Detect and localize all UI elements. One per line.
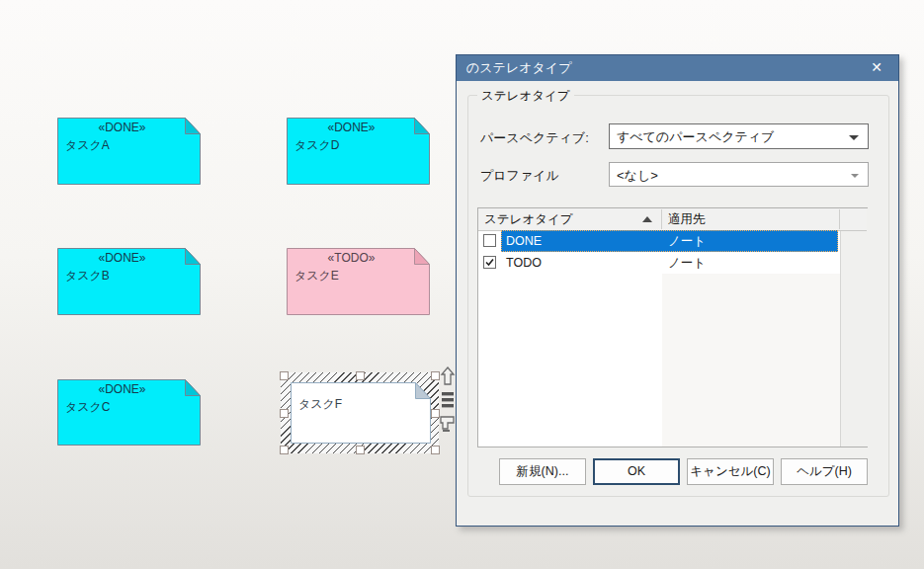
- selection-handle-w[interactable]: [280, 409, 289, 418]
- chevron-down-icon: [849, 135, 859, 140]
- chevron-down-icon: [851, 174, 859, 178]
- dialog-title: のステレオタイプ: [466, 60, 571, 75]
- note-task-b[interactable]: «DONE»タスクB: [57, 248, 201, 315]
- note-fold-icon: [416, 383, 431, 399]
- stereotype-table: ステレオタイプ 適用先 DONE ノート TODO ノート: [477, 207, 868, 447]
- note-label: タスクF: [298, 396, 342, 413]
- ok-button[interactable]: OK: [593, 458, 680, 485]
- table-header: ステレオタイプ 適用先: [478, 208, 867, 231]
- dialog-titlebar[interactable]: のステレオタイプ ✕: [457, 55, 898, 81]
- column-header-stereotype[interactable]: ステレオタイプ: [484, 208, 573, 230]
- note-shape: [291, 382, 431, 444]
- note-label: タスクB: [65, 268, 110, 284]
- table-row-todo[interactable]: TODO ノート: [478, 252, 867, 274]
- stereotype-name-cell: TODO: [506, 252, 542, 274]
- selection-handle-n[interactable]: [356, 371, 365, 380]
- note-task-f[interactable]: タスクF: [291, 382, 431, 444]
- note-task-e[interactable]: «TODO»タスクE: [287, 248, 430, 315]
- cancel-button[interactable]: キャンセル(C): [687, 458, 774, 485]
- table-target-column-band: [662, 274, 840, 447]
- floating-toolbar: [438, 366, 458, 437]
- table-row-done[interactable]: DONE ノート: [478, 230, 867, 252]
- selection-handle-se[interactable]: [431, 446, 440, 454]
- up-arrow-icon[interactable]: [438, 366, 458, 387]
- perspective-value: すべてのパースペクティブ: [617, 129, 774, 144]
- note-stereotype: «DONE»: [57, 382, 187, 396]
- target-cell: ノート: [668, 252, 706, 274]
- note-stereotype: «DONE»: [57, 121, 187, 134]
- new-button[interactable]: 新規(N)...: [499, 458, 586, 485]
- note-task-a[interactable]: «DONE»タスクA: [57, 118, 201, 185]
- stereotype-dialog: のステレオタイプ ✕ ステレオタイプ パースペクティブ: すべてのパースペクティ…: [456, 54, 899, 527]
- profile-label: プロファイル: [480, 167, 559, 185]
- note-task-d[interactable]: «DONE»タスクD: [287, 118, 430, 185]
- column-divider[interactable]: [839, 209, 840, 229]
- perspective-select[interactable]: すべてのパースペクティブ: [609, 123, 869, 149]
- column-divider[interactable]: [661, 209, 662, 229]
- sort-ascending-icon: [642, 216, 652, 222]
- stereotype-name-cell: DONE: [506, 230, 542, 252]
- note-label: タスクE: [294, 268, 339, 284]
- profile-value: <なし>: [617, 168, 658, 183]
- selection-handle-s[interactable]: [356, 446, 365, 454]
- groupbox-label: ステレオタイプ: [477, 88, 574, 105]
- lines-icon[interactable]: [438, 389, 458, 411]
- selection-handle-sw[interactable]: [280, 446, 289, 454]
- perspective-label: パースペクティブ:: [480, 129, 589, 147]
- target-cell: ノート: [668, 230, 706, 252]
- profile-select[interactable]: <なし>: [609, 162, 869, 187]
- selection-handle-nw[interactable]: [280, 371, 289, 380]
- note-fold-icon: [186, 380, 201, 396]
- note-label: タスクA: [65, 137, 110, 154]
- note-fold-icon: [415, 119, 430, 134]
- note-fold-icon: [186, 119, 201, 134]
- note-task-c[interactable]: «DONE»タスクC: [57, 379, 201, 446]
- column-header-target[interactable]: 適用先: [668, 208, 706, 230]
- note-stereotype: «TODO»: [287, 251, 416, 265]
- note-fold-icon: [415, 249, 430, 265]
- checkbox-done[interactable]: [483, 234, 496, 247]
- checkbox-todo[interactable]: [483, 256, 496, 269]
- note-fold-icon: [186, 249, 201, 265]
- checkmark-icon: [484, 257, 495, 268]
- close-icon[interactable]: ✕: [863, 55, 890, 81]
- help-button[interactable]: ヘルプ(H): [781, 458, 868, 485]
- note-label: タスクC: [65, 399, 111, 416]
- clamp-icon[interactable]: [438, 413, 458, 435]
- note-label: タスクD: [294, 137, 340, 154]
- diagram-canvas[interactable]: «DONE»タスクA «DONE»タスクD «DONE»タスクB «TODO»タ…: [0, 0, 924, 569]
- note-stereotype: «DONE»: [287, 121, 416, 134]
- note-stereotype: «DONE»: [57, 251, 187, 265]
